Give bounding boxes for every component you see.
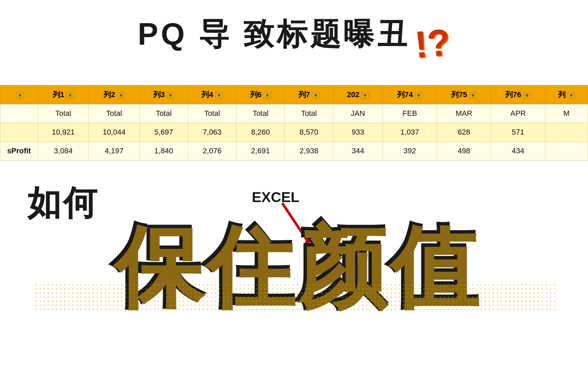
big-chinese-main-text: 保住颜值 [17,221,575,310]
dropdown-arrow-col7[interactable]: ▼ [312,92,320,99]
table-container: ▼ 列1▼ 列2▼ 列3▼ 列4▼ 列6▼ 列7▼ [0,85,588,160]
row1-col75: MAR [437,104,491,123]
row3-col76: 434 [491,142,545,160]
dropdown-arrow-col76[interactable]: ▼ [523,92,531,99]
table-row-labels: Total Total Total Total Total Total JAN … [0,104,588,123]
row1-col7: Total [285,104,333,123]
row2-label [0,123,38,142]
row2-col1: 10,921 [38,123,88,142]
header-col1[interactable]: 列1▼ [38,86,88,104]
row3-col74: 392 [383,142,437,160]
row1-col6: Total [236,104,285,123]
dropdown-arrow-col-last[interactable]: ▼ [568,92,575,99]
row3-col202: 344 [333,142,383,160]
row1-label [0,104,38,123]
row3-col-last [545,142,588,160]
header-col-last[interactable]: 列▼ [545,86,588,104]
header-col76[interactable]: 列76▼ [491,86,545,104]
row2-col3: 5,697 [140,123,188,142]
big-bottom-text-section: 保住颜值 [17,221,575,310]
header-col3[interactable]: 列3▼ [140,86,188,104]
header-col4[interactable]: 列4▼ [188,86,236,104]
dropdown-arrow-col6[interactable]: ▼ [264,92,271,99]
row2-col2: 10,044 [89,123,140,142]
header-col74[interactable]: 列74▼ [383,86,437,104]
row1-col74: FEB [383,104,437,123]
ruhe-text: 如何 [27,181,99,227]
exclaim-question-mark: !? [413,20,452,66]
row3-col1: 3,084 [38,142,88,160]
row2-col74: 1,037 [383,123,437,142]
row2-col76: 571 [491,123,545,142]
row3-col75: 498 [437,142,491,160]
table-row-data1: 10,921 10,044 5,697 7,063 8,260 8,570 93… [0,123,588,142]
row2-col4: 7,063 [188,123,236,142]
dropdown-arrow-col4[interactable]: ▼ [215,92,223,99]
row3-col6: 2,691 [236,142,285,160]
excel-table: ▼ 列1▼ 列2▼ 列3▼ 列4▼ 列6▼ 列7▼ [0,85,588,160]
row1-col4: Total [188,104,236,123]
dropdown-arrow-col74[interactable]: ▼ [415,92,423,99]
row1-col2: Total [89,104,140,123]
dropdown-arrow-col1[interactable]: ▼ [66,92,74,99]
dropdown-arrow-col202[interactable]: ▼ [361,92,369,99]
row1-col1: Total [38,104,88,123]
dropdown-arrow-col3[interactable]: ▼ [167,92,174,99]
row2-col202: 933 [333,123,383,142]
table-header-row: ▼ 列1▼ 列2▼ 列3▼ 列4▼ 列6▼ 列7▼ [0,86,588,104]
table-row-data2: sProfit 3,084 4,197 1,840 2,076 2,691 2,… [0,142,588,160]
header-col7[interactable]: 列7▼ [285,86,333,104]
row2-col7: 8,570 [285,123,333,142]
row1-col202: JAN [333,104,383,123]
header-col2[interactable]: 列2▼ [89,86,140,104]
row1-col-last: M [545,104,588,123]
row3-label: sProfit [0,142,38,160]
row3-col3: 1,840 [140,142,188,160]
row3-col4: 2,076 [188,142,236,160]
row2-col-last [545,123,588,142]
header-col75[interactable]: 列75▼ [437,86,491,104]
header-col202[interactable]: 202▼ [333,86,383,104]
row1-col3: Total [140,104,188,123]
header-col6[interactable]: 列6▼ [236,86,285,104]
dropdown-arrow-col2[interactable]: ▼ [117,92,125,99]
top-title-section: PQ 导 致标题曝丑 !? [0,14,588,65]
title-main-text: PQ 导 致标题曝丑 [138,14,410,55]
row3-col2: 4,197 [89,142,140,160]
dropdown-arrow-empty[interactable]: ▼ [16,92,24,99]
row1-col76: APR [491,104,545,123]
row3-col7: 2,938 [285,142,333,160]
row2-col6: 8,260 [236,123,285,142]
dropdown-arrow-col75[interactable]: ▼ [469,92,477,99]
header-col-empty[interactable]: ▼ [0,86,38,104]
row2-col75: 628 [437,123,491,142]
